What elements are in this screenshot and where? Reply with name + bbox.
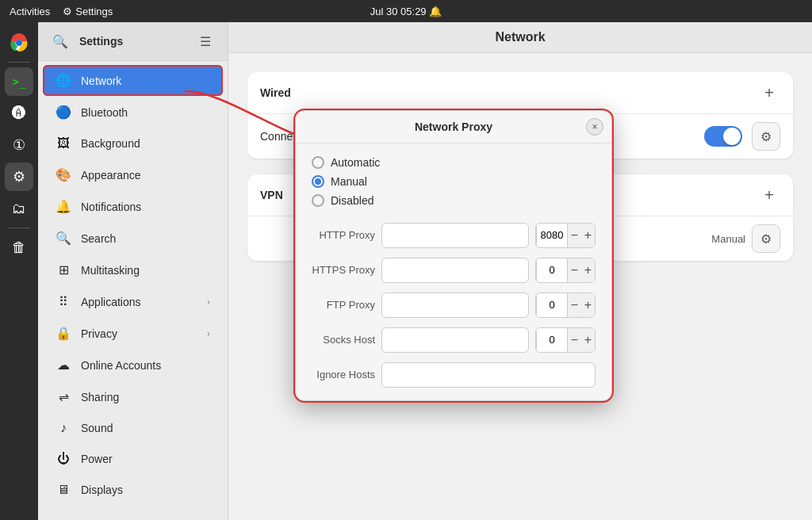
settings-icon: ⚙: [13, 168, 25, 185]
sidebar-menu-button[interactable]: ☰: [193, 29, 218, 54]
settings-top-label[interactable]: ⚙ Settings: [63, 6, 113, 17]
trash-icon: 🗑: [12, 239, 26, 256]
taskbar-item-password[interactable]: ①: [5, 131, 33, 159]
taskbar-item-files[interactable]: 🗂: [5, 194, 33, 223]
activities-button[interactable]: Activities: [10, 6, 50, 17]
taskbar-item-terminal[interactable]: >_: [5, 67, 33, 96]
sound-icon: ♪: [56, 421, 71, 435]
taskbar-item-trash[interactable]: 🗑: [5, 233, 33, 262]
store-icon: 🅐: [12, 105, 26, 122]
radio-automatic-circle: [312, 156, 324, 169]
sidebar-item-sharing[interactable]: ⇌ Sharing: [43, 381, 223, 412]
sidebar-item-label: Online Accounts: [81, 359, 210, 372]
appearance-icon: 🎨: [56, 167, 71, 182]
wired-section-header: Wired +: [247, 72, 793, 113]
ftp-port-increase[interactable]: +: [581, 293, 595, 317]
sidebar-item-search[interactable]: 🔍 Search: [43, 223, 223, 254]
taskbar: >_ 🅐 ① ⚙ 🗂 🗑: [0, 22, 38, 520]
wired-add-button[interactable]: +: [758, 82, 780, 104]
taskbar-separator: [8, 62, 30, 63]
ftp-proxy-label: FTP Proxy: [312, 299, 375, 311]
displays-icon: 🖥: [56, 483, 71, 497]
sidebar-item-notifications[interactable]: 🔔 Notifications: [43, 191, 223, 222]
ignore-hosts-input[interactable]: [381, 362, 596, 388]
sidebar-item-label: Bluetooth: [81, 106, 210, 119]
sidebar-item-privacy[interactable]: 🔒 Privacy ›: [43, 318, 223, 349]
sidebar-item-network[interactable]: 🌐 Network: [43, 65, 223, 96]
http-port-value: 8080: [536, 224, 568, 247]
multitasking-icon: ⊞: [56, 262, 71, 277]
sidebar: 🔍 Settings ☰ 🌐 Network 🔵 Bluetooth 🖼 Bac…: [38, 22, 228, 520]
sidebar-item-displays[interactable]: 🖥 Displays: [43, 475, 223, 505]
search-icon: 🔍: [52, 34, 68, 49]
sidebar-item-label: Power: [81, 453, 210, 465]
socks-host-row: Socks Host 0 − +: [312, 327, 596, 353]
ftp-port-decrease[interactable]: −: [568, 293, 581, 317]
radio-disabled[interactable]: Disabled: [312, 194, 596, 207]
https-port-decrease[interactable]: −: [568, 258, 581, 282]
ftp-proxy-input[interactable]: [381, 292, 529, 318]
https-proxy-input[interactable]: [381, 258, 529, 283]
sidebar-item-bluetooth[interactable]: 🔵 Bluetooth: [43, 97, 223, 128]
vpn-manual-label: Manual: [711, 233, 745, 245]
topbar-datetime: Jul 30 05:29 🔔: [370, 6, 442, 17]
bluetooth-icon: 🔵: [56, 105, 71, 120]
socks-port-increase[interactable]: +: [581, 328, 595, 352]
sidebar-item-label: Sharing: [81, 391, 210, 403]
ftp-port-value: 0: [536, 293, 568, 317]
sidebar-search-button[interactable]: 🔍: [48, 29, 73, 54]
power-icon: ⏻: [56, 452, 71, 466]
http-port-decrease[interactable]: −: [568, 224, 581, 247]
sidebar-item-sound[interactable]: ♪ Sound: [43, 413, 223, 443]
notifications-icon: 🔔: [56, 199, 71, 214]
sidebar-item-label: Displays: [81, 484, 210, 496]
wired-settings-button[interactable]: ⚙: [752, 122, 780, 151]
socks-host-input[interactable]: [381, 327, 529, 353]
sidebar-item-background[interactable]: 🖼 Background: [43, 128, 223, 159]
radio-automatic[interactable]: Automatic: [312, 156, 596, 169]
main-header: Network: [228, 22, 812, 53]
bell-icon-top: 🔔: [429, 6, 442, 17]
files-icon: 🗂: [12, 201, 26, 217]
proxy-radio-group: Automatic Manual Disabled: [312, 156, 596, 207]
vpn-add-button[interactable]: +: [758, 184, 780, 206]
https-port-group: 0 − +: [535, 258, 596, 283]
dialog-close-button[interactable]: ×: [586, 118, 603, 136]
svg-point-1: [16, 40, 22, 46]
sidebar-item-multitasking[interactable]: ⊞ Multitasking: [43, 254, 223, 285]
network-proxy-dialog: Network Proxy × Automatic Manual Disable…: [295, 110, 612, 401]
gear-icon: ⚙: [760, 129, 772, 144]
sidebar-item-applications[interactable]: ⠿ Applications ›: [43, 286, 223, 317]
sidebar-item-label: Applications: [81, 296, 197, 308]
socks-port-group: 0 − +: [535, 327, 596, 353]
https-proxy-label: HTTPS Proxy: [312, 264, 375, 276]
menu-icon: ☰: [200, 34, 211, 49]
radio-automatic-label: Automatic: [331, 156, 380, 169]
https-port-value: 0: [536, 258, 568, 282]
https-port-increase[interactable]: +: [581, 258, 595, 282]
radio-manual[interactable]: Manual: [312, 175, 596, 188]
dialog-header: Network Proxy ×: [296, 111, 611, 143]
sidebar-item-label: Sound: [81, 422, 210, 434]
http-proxy-input[interactable]: [381, 223, 529, 248]
network-icon: 🌐: [56, 73, 71, 88]
wired-toggle[interactable]: [704, 126, 742, 147]
chevron-right-icon: ›: [207, 328, 210, 339]
socks-port-decrease[interactable]: −: [568, 328, 581, 352]
sidebar-item-online-accounts[interactable]: ☁ Online Accounts: [43, 350, 223, 380]
sidebar-title: Settings: [79, 35, 186, 48]
http-port-increase[interactable]: +: [581, 224, 595, 247]
vpn-settings-button[interactable]: ⚙: [752, 224, 780, 253]
gear-icon-vpn: ⚙: [760, 231, 772, 247]
terminal-icon: >_: [13, 75, 26, 88]
online-accounts-icon: ☁: [56, 358, 71, 373]
sidebar-item-appearance[interactable]: 🎨 Appearance: [43, 159, 223, 190]
taskbar-item-settings[interactable]: ⚙: [5, 162, 33, 191]
gear-icon-top: ⚙: [63, 6, 72, 17]
sidebar-item-power[interactable]: ⏻ Power: [43, 444, 223, 474]
taskbar-item-store[interactable]: 🅐: [5, 99, 33, 128]
taskbar-item-chrome[interactable]: [5, 29, 33, 57]
socks-host-label: Socks Host: [312, 334, 375, 346]
sidebar-item-label: Multitasking: [81, 264, 210, 277]
topbar: Activities ⚙ Settings Jul 30 05:29 🔔: [0, 0, 812, 22]
